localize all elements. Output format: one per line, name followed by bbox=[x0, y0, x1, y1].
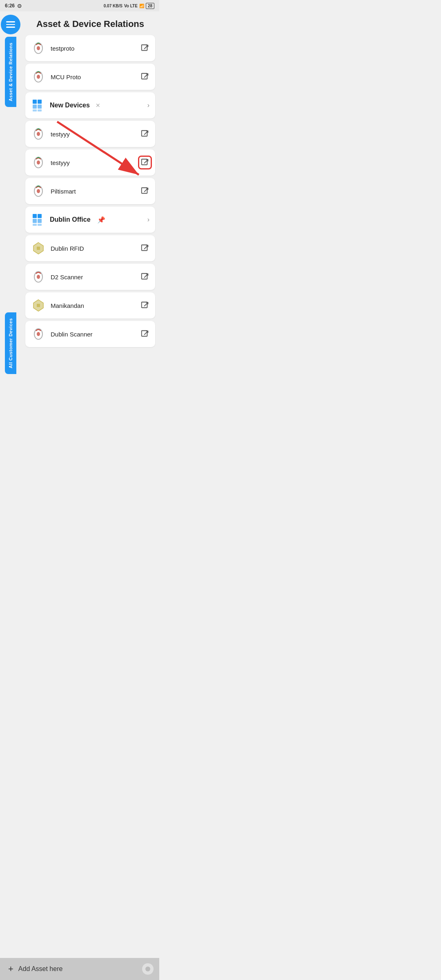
list-item[interactable]: testproto bbox=[25, 35, 155, 61]
svg-point-1 bbox=[37, 46, 40, 50]
status-time: 6:26 bbox=[5, 3, 15, 9]
device-icon bbox=[31, 184, 46, 198]
device-icon bbox=[31, 127, 46, 141]
external-link-icon[interactable] bbox=[140, 72, 149, 81]
svg-rect-29 bbox=[142, 245, 147, 251]
svg-rect-34 bbox=[37, 304, 40, 307]
group-header-left: New Devices ✕ bbox=[31, 98, 100, 113]
chevron-right-icon: › bbox=[147, 102, 149, 109]
device-name: Dublin RFID bbox=[51, 245, 84, 252]
external-link-icon[interactable] bbox=[140, 244, 149, 253]
sidebar-tab-all-customer[interactable]: All Customer Devices bbox=[5, 312, 16, 374]
svg-point-4 bbox=[37, 75, 40, 79]
camera-icon: ⊙ bbox=[17, 3, 22, 9]
svg-rect-6 bbox=[33, 100, 37, 104]
signal-icon: 📶 bbox=[139, 4, 144, 8]
device-item-left: Dublin Scanner bbox=[31, 327, 93, 341]
device-icon bbox=[31, 327, 46, 341]
chevron-right-icon: › bbox=[147, 216, 149, 223]
external-link-icon[interactable] bbox=[140, 301, 149, 310]
svg-point-37 bbox=[37, 332, 40, 336]
battery-icon: 28 bbox=[146, 3, 154, 9]
external-link-icon[interactable] bbox=[140, 272, 149, 281]
svg-rect-32 bbox=[142, 274, 147, 279]
list-item[interactable]: testyyy bbox=[25, 149, 155, 176]
device-item-left: Dublin RFID bbox=[31, 241, 84, 256]
svg-rect-2 bbox=[142, 45, 147, 51]
svg-rect-35 bbox=[142, 302, 147, 308]
list-item[interactable]: D2 Scanner bbox=[25, 264, 155, 290]
svg-rect-38 bbox=[142, 331, 147, 336]
sidebar: Asset & Device Relations All Customer De… bbox=[0, 11, 21, 382]
device-item-left: MCU Proto bbox=[31, 69, 81, 84]
svg-rect-20 bbox=[142, 188, 147, 194]
svg-rect-28 bbox=[37, 247, 40, 250]
external-link-icon[interactable] bbox=[140, 129, 149, 138]
device-item-left: testproto bbox=[31, 41, 74, 56]
group-name: New Devices bbox=[50, 102, 90, 109]
svg-rect-22 bbox=[38, 214, 42, 218]
svg-point-13 bbox=[37, 132, 40, 136]
svg-rect-9 bbox=[38, 105, 42, 109]
external-link-icon-highlighted[interactable] bbox=[140, 158, 149, 167]
device-name: testproto bbox=[51, 45, 74, 52]
external-link-icon[interactable] bbox=[140, 187, 149, 196]
device-icon bbox=[31, 69, 46, 84]
group-icon bbox=[31, 98, 46, 113]
device-item-left: testyyy bbox=[31, 127, 70, 141]
page-title: Asset & Device Relations bbox=[25, 19, 155, 29]
main-content: Asset & Device Relations testproto bbox=[21, 11, 159, 382]
svg-rect-17 bbox=[142, 159, 147, 165]
svg-rect-5 bbox=[142, 74, 147, 79]
device-item-left: testyyy bbox=[31, 155, 70, 170]
svg-rect-8 bbox=[33, 105, 37, 109]
group-header-left: Dublin Office 📌 bbox=[31, 212, 105, 227]
device-item-left: D2 Scanner bbox=[31, 270, 83, 284]
external-link-icon[interactable] bbox=[140, 44, 149, 53]
device-name: Piltismart bbox=[51, 188, 76, 195]
svg-rect-10 bbox=[33, 109, 37, 111]
list-item[interactable]: Dublin Scanner bbox=[25, 321, 155, 347]
device-name: D2 Scanner bbox=[51, 274, 83, 281]
device-icon bbox=[31, 298, 46, 313]
pin-icon: 📌 bbox=[97, 216, 105, 224]
svg-rect-11 bbox=[38, 109, 42, 111]
device-icon bbox=[31, 270, 46, 284]
device-name: MCU Proto bbox=[51, 74, 81, 80]
list-item[interactable]: Dublin RFID bbox=[25, 235, 155, 261]
list-item[interactable]: Piltismart bbox=[25, 178, 155, 204]
svg-point-31 bbox=[37, 275, 40, 279]
svg-rect-26 bbox=[38, 224, 42, 226]
device-name: testyyy bbox=[51, 159, 70, 166]
status-bar: 6:26 ⊙ 0.07 KB/S Vo LTE 📶 28 bbox=[0, 0, 159, 11]
list-item[interactable]: testyyy bbox=[25, 121, 155, 147]
group-icon bbox=[31, 212, 46, 227]
svg-rect-21 bbox=[33, 214, 37, 218]
device-icon bbox=[31, 155, 46, 170]
device-name: Manikandan bbox=[51, 302, 84, 309]
network-type: Vo LTE bbox=[124, 4, 138, 8]
group-header-new-devices[interactable]: New Devices ✕ › bbox=[25, 92, 155, 118]
svg-rect-7 bbox=[38, 100, 42, 104]
device-item-left: Piltismart bbox=[31, 184, 76, 198]
svg-rect-24 bbox=[38, 219, 42, 223]
device-name: testyyy bbox=[51, 131, 70, 138]
svg-point-19 bbox=[37, 189, 40, 193]
group-header-dublin-office[interactable]: Dublin Office 📌 › bbox=[25, 207, 155, 233]
close-icon[interactable]: ✕ bbox=[96, 102, 100, 109]
svg-rect-23 bbox=[33, 219, 37, 223]
device-name: Dublin Scanner bbox=[51, 331, 93, 338]
device-icon bbox=[31, 241, 46, 256]
svg-rect-14 bbox=[142, 131, 147, 136]
device-icon bbox=[31, 41, 46, 56]
svg-rect-25 bbox=[33, 224, 37, 226]
group-name: Dublin Office bbox=[50, 216, 91, 223]
sidebar-tab-asset-device[interactable]: Asset & Device Relations bbox=[5, 37, 16, 107]
external-link-icon[interactable] bbox=[140, 330, 149, 339]
menu-button[interactable] bbox=[1, 15, 20, 34]
network-speed: 0.07 KB/S bbox=[104, 4, 122, 8]
svg-point-16 bbox=[37, 160, 40, 165]
list-item[interactable]: Manikandan bbox=[25, 292, 155, 318]
list-item[interactable]: MCU Proto bbox=[25, 64, 155, 90]
device-item-left: Manikandan bbox=[31, 298, 84, 313]
